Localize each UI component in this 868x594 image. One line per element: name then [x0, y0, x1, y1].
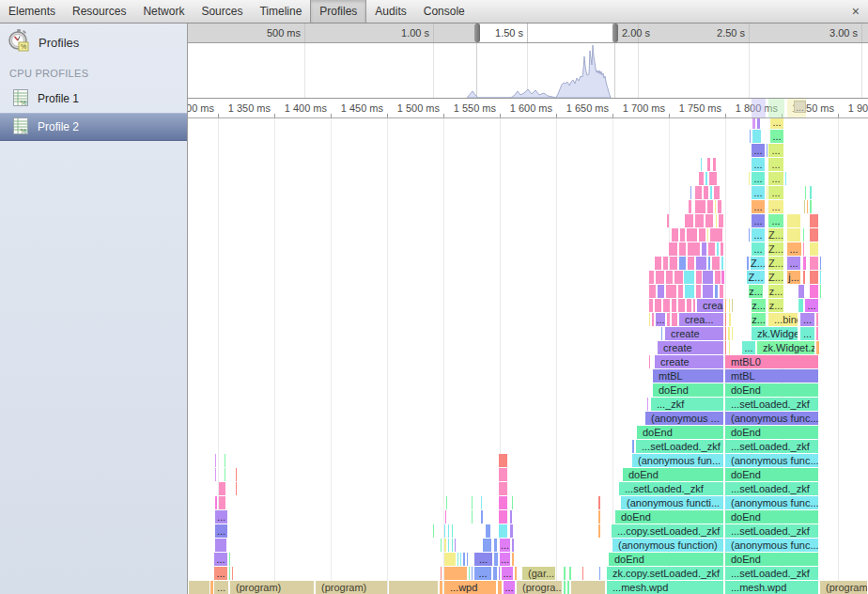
- flame-bar[interactable]: [655, 257, 661, 270]
- flame-bar[interactable]: [684, 271, 694, 284]
- flame-bar[interactable]: [707, 200, 713, 213]
- flame-bar[interactable]: Z...: [768, 271, 783, 284]
- flame-bar[interactable]: [486, 524, 490, 538]
- flame-bar[interactable]: [729, 341, 730, 354]
- flame-bar[interactable]: [710, 228, 722, 242]
- flame-bar[interactable]: ...: [800, 313, 814, 326]
- flame-bar[interactable]: [810, 200, 812, 213]
- flame-bar[interactable]: [649, 355, 650, 368]
- flame-bar[interactable]: [787, 214, 800, 227]
- flame-bar[interactable]: [715, 271, 721, 284]
- flame-bar[interactable]: [441, 567, 442, 580]
- flame-bar[interactable]: [672, 299, 676, 312]
- flame-bar[interactable]: [810, 214, 818, 227]
- flame-bar[interactable]: ...setLoaded._zkf: [725, 482, 818, 495]
- flame-bar[interactable]: (anonymous functi...: [621, 496, 723, 509]
- flame-bar[interactable]: ...setLoaded._zkf: [619, 482, 723, 495]
- flame-bar[interactable]: [564, 567, 566, 580]
- flame-bar[interactable]: doEnd: [725, 510, 818, 524]
- sidebar-item-profile-2[interactable]: %Profile 2: [0, 113, 187, 141]
- flame-bar[interactable]: [571, 581, 605, 594]
- flame-bar[interactable]: [499, 454, 507, 467]
- flame-bar[interactable]: [732, 327, 733, 340]
- flame-bar[interactable]: [820, 271, 821, 284]
- flame-bar[interactable]: z...: [749, 285, 763, 298]
- flame-bar[interactable]: [674, 271, 683, 284]
- flame-bar[interactable]: [494, 539, 497, 552]
- flame-bar[interactable]: [757, 118, 760, 129]
- flame-bar[interactable]: [446, 496, 447, 509]
- flame-bar[interactable]: [494, 553, 498, 566]
- flame-bar[interactable]: [690, 186, 691, 199]
- flame-bar[interactable]: [687, 228, 697, 242]
- flame-bar[interactable]: create: [655, 355, 723, 368]
- flame-bar[interactable]: (program): [316, 581, 387, 594]
- flame-bar[interactable]: [670, 257, 677, 270]
- flame-bar[interactable]: z...: [752, 299, 766, 312]
- flame-bar[interactable]: [721, 242, 723, 256]
- flame-bar[interactable]: [444, 524, 445, 538]
- flame-bar[interactable]: [710, 186, 712, 199]
- flame-bar[interactable]: [448, 539, 449, 552]
- flame-bar[interactable]: [433, 524, 434, 538]
- flame-bar[interactable]: ...setLoaded._zkf: [725, 398, 818, 411]
- flame-bar[interactable]: [696, 257, 706, 270]
- flame-bar[interactable]: [728, 327, 730, 340]
- flame-bar[interactable]: ...: [770, 130, 783, 143]
- flame-bar[interactable]: [663, 257, 668, 270]
- flame-bar[interactable]: crea...: [679, 313, 723, 326]
- flame-bar[interactable]: [598, 510, 600, 524]
- flame-bar[interactable]: [701, 158, 702, 171]
- flame-bar[interactable]: (anonymous func...: [725, 539, 818, 552]
- tab-audits[interactable]: Audits: [366, 0, 414, 23]
- flame-bar[interactable]: doEnd: [725, 553, 818, 566]
- flame-bar[interactable]: ...: [768, 214, 783, 227]
- flame-bar[interactable]: Z...: [768, 228, 783, 242]
- flame-bar[interactable]: ...: [800, 327, 814, 340]
- flame-bar[interactable]: [215, 454, 216, 467]
- flame-bar[interactable]: ...: [752, 228, 765, 242]
- flame-bar[interactable]: [803, 228, 804, 242]
- flame-bar[interactable]: [510, 510, 512, 524]
- flame-bar[interactable]: [714, 186, 720, 199]
- flame-bar[interactable]: Z...: [768, 242, 783, 256]
- flame-bar[interactable]: (gar...: [522, 567, 555, 580]
- flame-bar[interactable]: [444, 539, 446, 552]
- flame-bar[interactable]: mtBL: [725, 369, 818, 383]
- flame-bar[interactable]: [667, 214, 669, 227]
- flame-bar[interactable]: [467, 553, 468, 566]
- flame-bar[interactable]: [225, 468, 225, 481]
- flame-bar[interactable]: [810, 271, 818, 284]
- flame-bar[interactable]: ...: [768, 158, 783, 171]
- flame-bar[interactable]: [725, 341, 726, 354]
- flame-bar[interactable]: [669, 242, 677, 256]
- flame-bar[interactable]: crea...: [697, 299, 723, 312]
- tab-profiles[interactable]: Profiles: [310, 0, 366, 23]
- flame-bar[interactable]: [564, 581, 566, 594]
- flame-bar[interactable]: [810, 242, 818, 256]
- flame-bar[interactable]: [752, 130, 761, 143]
- flame-bar[interactable]: [810, 285, 818, 298]
- flame-bar[interactable]: ...: [752, 214, 765, 227]
- flame-bar[interactable]: [749, 172, 750, 185]
- flame-bar[interactable]: [661, 327, 662, 340]
- flame-bar[interactable]: zk.Widget.z...: [757, 341, 814, 354]
- flame-bar[interactable]: ...: [752, 242, 765, 256]
- flame-bar[interactable]: [440, 581, 442, 594]
- flame-bar[interactable]: [215, 468, 216, 481]
- flame-bar[interactable]: ...: [768, 200, 783, 213]
- flame-bar[interactable]: [820, 285, 821, 298]
- flame-bar[interactable]: [678, 285, 683, 298]
- tab-resources[interactable]: Resources: [64, 0, 134, 23]
- flame-bar[interactable]: ...: [215, 524, 227, 538]
- flame-bar[interactable]: (anonymous func...: [725, 454, 818, 467]
- flame-bar[interactable]: [649, 285, 656, 298]
- flame-bar[interactable]: [567, 581, 569, 594]
- flame-bar[interactable]: ..._zkf: [651, 398, 723, 411]
- flame-bar[interactable]: [703, 271, 713, 284]
- flame-bar[interactable]: [705, 214, 713, 227]
- flame-bar[interactable]: [672, 228, 678, 242]
- close-icon[interactable]: ×: [852, 5, 860, 18]
- flame-bar[interactable]: [236, 482, 237, 495]
- flame-bar[interactable]: (anonymous func...: [725, 496, 818, 509]
